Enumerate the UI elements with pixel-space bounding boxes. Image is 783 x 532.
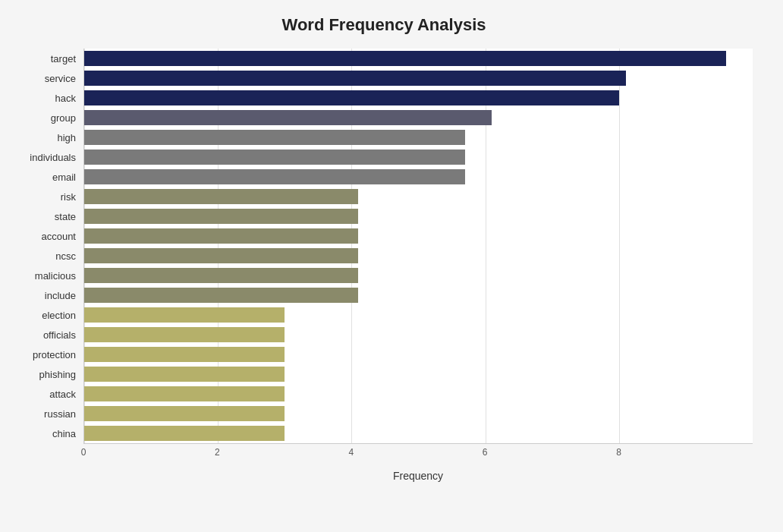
bar-row (84, 246, 753, 266)
y-label: hack (15, 93, 76, 103)
y-label: group (15, 113, 76, 123)
x-tick: 8 (616, 447, 621, 458)
bar (84, 307, 285, 323)
bar-row (84, 423, 753, 443)
bar (84, 248, 358, 263)
y-label: election (15, 310, 76, 320)
bar (84, 406, 285, 421)
y-label: state (15, 212, 76, 222)
chart-title: Word Frequency Analysis (15, 15, 753, 35)
bar (84, 209, 358, 224)
bar (84, 71, 626, 86)
x-tick: 2 (215, 447, 220, 458)
y-label: include (15, 291, 76, 301)
bar (84, 426, 285, 441)
bar (84, 169, 465, 184)
bar-row (84, 187, 753, 206)
x-tick: 0 (81, 447, 86, 458)
y-label: risk (15, 192, 76, 202)
bar (84, 110, 492, 125)
bar-row (84, 108, 753, 127)
y-label: russian (15, 409, 76, 419)
bars-area (83, 49, 753, 444)
bar-row (84, 88, 753, 108)
y-label: service (15, 74, 76, 83)
y-label: target (15, 54, 76, 64)
y-label: high (15, 133, 76, 143)
bar-row (84, 266, 753, 285)
bar (84, 288, 358, 303)
bar (84, 228, 358, 244)
bar-row (84, 167, 753, 187)
y-label: malicious (15, 271, 76, 281)
y-label: ncsc (15, 251, 76, 261)
y-label: attack (15, 389, 76, 399)
bar (84, 150, 465, 165)
y-labels: targetservicehackgrouphighindividualsema… (15, 49, 83, 467)
y-label: individuals (15, 153, 76, 162)
x-tick: 6 (483, 447, 488, 458)
bar-row (84, 364, 753, 384)
bar-row (84, 68, 753, 88)
x-axis-label: Frequency (83, 470, 753, 482)
y-label: china (15, 429, 76, 439)
bar-row (84, 345, 753, 364)
bar-row (84, 226, 753, 246)
bar (84, 189, 358, 204)
bar-row (84, 384, 753, 404)
bar-row (84, 285, 753, 305)
bar-row (84, 147, 753, 167)
bar (84, 268, 358, 283)
bar-row (84, 325, 753, 345)
chart-container: Word Frequency Analysis targetservicehac… (0, 0, 783, 532)
y-label: officials (15, 330, 76, 340)
chart-area: targetservicehackgrouphighindividualsema… (15, 49, 753, 467)
bar-row (84, 206, 753, 226)
y-label: account (15, 231, 76, 241)
bar (84, 327, 285, 342)
y-label: phishing (15, 370, 76, 379)
bar (84, 90, 619, 105)
bar (84, 51, 726, 66)
bars-and-axes: Frequency 02468 (83, 49, 753, 467)
y-label: email (15, 172, 76, 182)
x-axis: Frequency 02468 (83, 444, 753, 467)
y-label: protection (15, 350, 76, 360)
bar-row (84, 49, 753, 68)
bar-row (84, 127, 753, 147)
x-tick: 4 (348, 447, 354, 458)
bar (84, 386, 285, 401)
bar (84, 130, 465, 145)
bar-row (84, 404, 753, 423)
bar-row (84, 305, 753, 325)
bar (84, 367, 285, 382)
bar (84, 347, 285, 362)
